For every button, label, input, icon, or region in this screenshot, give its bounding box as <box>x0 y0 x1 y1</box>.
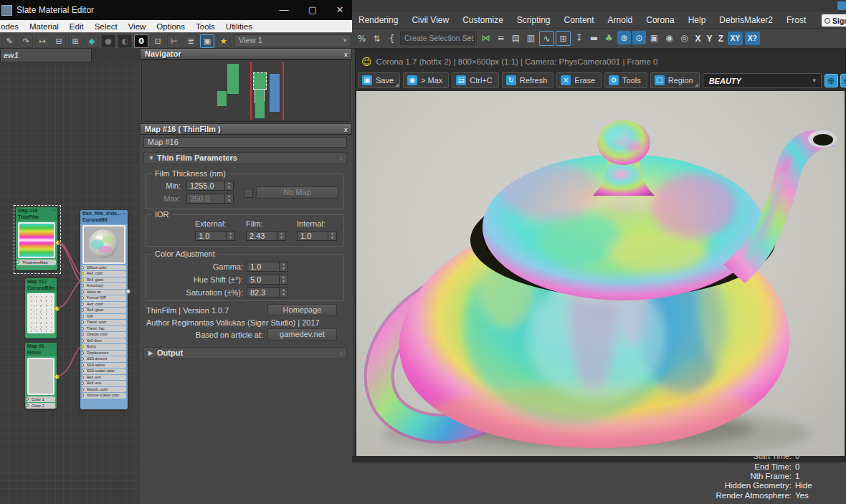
keyboard-override-icon[interactable]: ▬ <box>587 31 601 44</box>
thinfilm-preview[interactable] <box>18 222 55 258</box>
layout-children-icon[interactable]: ⊢ <box>167 34 181 48</box>
erase-button[interactable]: × Erase <box>556 72 602 88</box>
input-socket[interactable] <box>17 260 19 264</box>
input-socket[interactable] <box>82 381 84 385</box>
node-canvas[interactable]: Map #16 ThinFilm − ThicknessMap Map #17 <box>0 62 140 504</box>
preview-window-icon[interactable]: ▣ <box>200 34 214 48</box>
menu-item[interactable]: Content <box>564 15 594 25</box>
show-end-result-icon[interactable]: ⊡ <box>151 34 165 48</box>
input-socket[interactable] <box>82 296 84 300</box>
input-socket[interactable] <box>27 397 29 401</box>
thicknessmap-slot[interactable]: ThicknessMap <box>17 260 56 265</box>
hue-shift-spinner[interactable]: 5.0 ▲▼ <box>247 275 288 285</box>
material-slot[interactable]: Transl. color <box>82 320 126 325</box>
save-button[interactable]: ▣ Save <box>358 72 400 88</box>
bitmap-preview[interactable] <box>27 293 54 333</box>
material-slot[interactable]: Refr. color <box>82 302 126 307</box>
material-slot[interactable]: Refl. env. <box>82 375 126 380</box>
input-socket[interactable] <box>82 388 84 391</box>
tab-view1[interactable]: ew1 <box>0 48 92 62</box>
article-link-button[interactable]: gamedev.net <box>267 328 337 341</box>
material-slot[interactable]: Volume scatter color <box>82 393 126 398</box>
material-slot[interactable]: Aniso rot. <box>82 290 126 295</box>
to-max-button[interactable]: ◉ > Max <box>403 72 449 88</box>
input-socket[interactable] <box>82 315 84 318</box>
render-setup-icon[interactable]: ⊙ <box>632 31 646 44</box>
render-production-icon[interactable]: ◉ <box>662 31 676 44</box>
hide-unused-nodeslots-icon[interactable]: ≣ <box>184 34 198 48</box>
named-selection-braces-icon[interactable]: { <box>385 32 399 45</box>
delete-selected-icon[interactable]: ⊟ <box>52 34 66 48</box>
material-slot[interactable]: Self-illum. <box>82 338 126 343</box>
input-socket[interactable] <box>27 404 29 407</box>
material-slot[interactable]: Opacity color <box>82 332 126 337</box>
map-enable-checkbox[interactable] <box>244 189 253 198</box>
rollout-output[interactable]: ▶ Output ≡ <box>143 347 347 359</box>
input-socket[interactable] <box>82 327 84 331</box>
render-element-select[interactable]: BEAUTY ▼ <box>703 73 822 88</box>
close-button[interactable]: ✕ <box>326 0 353 19</box>
menu-item[interactable]: Arnold <box>608 15 633 25</box>
minimize-button[interactable]: — <box>270 0 298 19</box>
material-preview[interactable] <box>82 225 125 264</box>
input-socket[interactable] <box>82 308 84 312</box>
axis-constraint-button[interactable]: Y <box>704 32 715 45</box>
material-editor-flyout-icon[interactable]: ↧ <box>572 31 586 44</box>
axis-constraint-button[interactable]: Z <box>716 32 726 45</box>
render-iterative-icon[interactable]: ◎ <box>678 31 691 44</box>
output-socket[interactable] <box>55 240 60 245</box>
tools-button[interactable]: ⚙ Tools <box>604 72 647 88</box>
orbit-icon[interactable]: ⊛ <box>617 31 631 44</box>
homepage-button[interactable]: Homepage <box>267 304 337 316</box>
material-slot[interactable]: SSS scatter color <box>82 369 126 374</box>
render-map-wand-icon[interactable]: ★ <box>217 34 231 48</box>
region-button[interactable]: ▢ Region <box>650 72 700 88</box>
menu-item[interactable]: Tools <box>196 22 215 31</box>
input-socket[interactable] <box>82 333 84 336</box>
input-socket[interactable] <box>82 266 84 270</box>
node-slot[interactable]: Color 2 <box>27 403 55 409</box>
xy-plane-constraint-button[interactable]: XY <box>728 32 743 45</box>
input-socket[interactable] <box>82 345 84 348</box>
mirror-icon[interactable]: ⋈ <box>479 31 493 44</box>
node-coronamtl[interactable]: thin_film_irids... CoronaMtl − <box>80 210 128 409</box>
maximize-button[interactable]: ▢ <box>299 0 326 19</box>
menu-item[interactable]: Corona <box>646 15 674 25</box>
output-socket[interactable] <box>54 306 60 311</box>
saturation-spinner[interactable]: 82.3 ▲▼ <box>247 287 288 298</box>
material-slot[interactable]: Fresnel IOR <box>82 295 126 300</box>
navigator-minimap[interactable] <box>141 60 351 122</box>
material-name-field[interactable]: Map #16 <box>143 137 347 148</box>
parameter-panel-header[interactable]: Map #16 ( ThinFilm ) x <box>140 123 352 135</box>
show-realistic-material-icon[interactable]: ◐ <box>118 34 132 48</box>
curve-editor-icon[interactable]: ∿ <box>539 31 554 46</box>
ior-external-spinner[interactable]: 1.0 ▲▼ <box>195 231 235 241</box>
input-socket[interactable] <box>82 363 84 367</box>
scene-explorer-icon[interactable]: ▥ <box>524 31 538 44</box>
close-icon[interactable]: x <box>344 125 348 135</box>
material-slot[interactable]: Absorb. color <box>82 387 126 392</box>
node-slot[interactable]: Color 1 <box>27 396 55 402</box>
menu-item[interactable]: Options <box>156 22 185 31</box>
copy-button[interactable]: ▤ Ctrl+C <box>452 72 498 88</box>
close-icon[interactable]: x <box>344 49 348 60</box>
selection-set-dropdown[interactable]: Create Selection Set ▼ <box>400 32 475 45</box>
input-socket[interactable] <box>82 351 84 355</box>
material-slot[interactable]: IOR <box>82 314 126 319</box>
put-material-to-scene-icon[interactable]: ↷ <box>19 34 33 48</box>
input-socket[interactable] <box>82 284 84 287</box>
output-socket[interactable] <box>125 289 130 294</box>
schematic-view-icon[interactable]: ⊞ <box>556 31 571 46</box>
input-socket[interactable] <box>82 376 84 379</box>
rendered-frame-window-icon[interactable]: ▣ <box>647 31 661 44</box>
menu-item[interactable]: Frost <box>786 15 806 25</box>
material-slot[interactable]: Refl. gloss <box>82 277 126 282</box>
xy-flyout-button[interactable]: X? <box>745 32 760 45</box>
navigator-header[interactable]: Navigator x <box>140 48 352 60</box>
rollout-thin-film-parameters[interactable]: ▼ Thin Film Parameters ≡ <box>143 152 347 164</box>
menu-item[interactable]: Rendering <box>358 15 398 25</box>
material-slot[interactable]: Anisotropy <box>82 283 126 288</box>
pick-material-icon[interactable]: ✎ <box>2 34 16 48</box>
menu-item[interactable]: Material <box>29 22 59 31</box>
spinner-snap-icon[interactable]: ⇅ <box>370 32 384 45</box>
